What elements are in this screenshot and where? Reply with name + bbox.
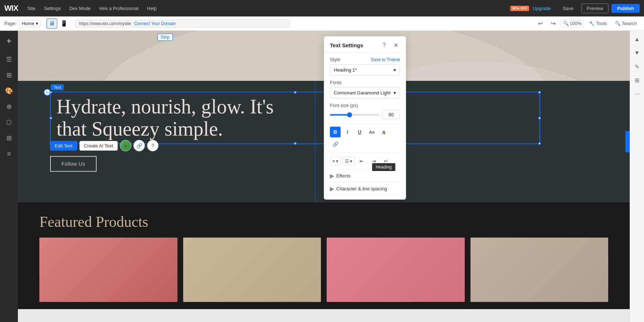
resize-handle-ml[interactable]: [49, 117, 52, 119]
style-section: Style Save to Theme: [330, 57, 400, 62]
create-ai-text-button[interactable]: Create AI Text: [79, 141, 118, 151]
text-color-button[interactable]: ●: [120, 140, 131, 151]
main-layout: ＋ ☰ ⊞ 🎨 ⊕ ⬡ ⊞ ≡ Strip ↻ Text: [0, 31, 644, 322]
text-element-tag: Text: [51, 84, 64, 90]
sidebar-sections-icon[interactable]: ⊞: [2, 68, 16, 82]
search-button[interactable]: 🔍 Search: [612, 19, 640, 28]
upgrade-link[interactable]: Upgrade: [533, 6, 551, 11]
sidebar-media-icon[interactable]: ⊕: [2, 99, 16, 114]
resize-handle-bm[interactable]: [294, 142, 297, 145]
panel-close-button[interactable]: ✕: [391, 41, 400, 49]
text-element-wrapper[interactable]: Text Hydrate, nourish, glow. It's that S…: [50, 92, 540, 144]
featured-section: Featured Products: [18, 203, 630, 309]
sidebar-components-icon[interactable]: ⬡: [2, 115, 16, 130]
right-sidebar-grid-icon[interactable]: ⊞: [631, 74, 643, 86]
italic-button[interactable]: I: [342, 127, 353, 137]
save-button[interactable]: Save: [558, 4, 579, 13]
top-bar: WIX Site Settings Dev Mode Hire a Profes…: [0, 0, 644, 16]
product-card-3[interactable]: [327, 238, 465, 302]
sidebar-design-icon[interactable]: 🎨: [2, 84, 16, 98]
panel-header: Text Settings ? ✕: [324, 36, 406, 53]
page-select[interactable]: Home ▾: [19, 20, 41, 27]
nav-hire-professional[interactable]: Hire a Professional: [96, 4, 141, 13]
right-sidebar: ▲ ▼ ✎ ⊞ ⋯: [630, 31, 644, 322]
resize-handle-mr[interactable]: [538, 117, 541, 119]
text-element-box[interactable]: Text Hydrate, nourish, glow. It's that S…: [50, 92, 540, 144]
upgrade-badge: 50% OFF: [510, 6, 529, 11]
font-size-section: Font size (px): [330, 103, 400, 119]
zoom-control[interactable]: 🔍 100%: [561, 20, 584, 27]
add-element-button[interactable]: ＋: [2, 34, 16, 48]
resize-handle-tr[interactable]: [538, 91, 541, 94]
right-sidebar-edit-icon[interactable]: ✎: [631, 61, 643, 72]
panel-help-button[interactable]: ?: [380, 41, 389, 49]
sidebar-pages-icon[interactable]: ☰: [2, 52, 16, 67]
text-settings-panel: Text Settings ? ✕ Style Save to Theme He…: [324, 36, 406, 200]
publish-button[interactable]: Publish: [611, 4, 640, 13]
right-sidebar-up-button[interactable]: ▲: [631, 34, 643, 45]
connect-domain-link[interactable]: Connect Your Domain: [134, 21, 176, 26]
redo-button[interactable]: ↪: [548, 18, 558, 29]
nav-settings[interactable]: Settings: [41, 4, 64, 13]
sidebar-app-icon[interactable]: ⊞: [2, 131, 16, 145]
resize-handle-br[interactable]: [538, 142, 541, 145]
rtl-button[interactable]: ↵: [381, 156, 391, 166]
zoom-icon: 🔍: [563, 21, 569, 26]
blue-panel-peek[interactable]: [625, 131, 630, 152]
format-toolbar: B I U Aa A 🔗: [330, 123, 400, 153]
products-row: [39, 238, 608, 302]
strip-label[interactable]: Strip: [157, 34, 173, 41]
style-select[interactable]: Heading 1* ▾: [330, 64, 400, 75]
device-icons: 🖥 📱: [47, 19, 69, 29]
resize-handle-tm[interactable]: [294, 91, 297, 94]
text-color-bg-button[interactable]: A: [379, 127, 389, 137]
font-size-input[interactable]: [382, 110, 400, 119]
slider-thumb[interactable]: [347, 112, 352, 117]
nav-help[interactable]: Help: [144, 4, 160, 13]
list-style-dropdown[interactable]: ☰ ▾: [342, 157, 355, 166]
save-to-theme-link[interactable]: Save to Theme: [371, 57, 400, 62]
font-size-slider[interactable]: [330, 114, 379, 116]
mobile-view-button[interactable]: 📱: [59, 19, 69, 29]
right-sidebar-more-icon[interactable]: ⋯: [631, 88, 643, 99]
nav-site[interactable]: Site: [25, 4, 38, 13]
featured-products-title: Featured Products: [39, 213, 608, 230]
indent-increase-button[interactable]: ⇥: [369, 156, 379, 166]
nav-dev-mode[interactable]: Dev Mode: [67, 4, 93, 13]
edit-text-button[interactable]: Edit Text: [50, 141, 77, 151]
link-button[interactable]: 🔗: [330, 139, 341, 150]
preview-button[interactable]: Preview: [581, 4, 609, 13]
list-icon: ☰: [345, 158, 349, 164]
text-help-button[interactable]: ?: [147, 140, 158, 151]
product-card-2[interactable]: [183, 238, 321, 302]
paragraph-align-dropdown[interactable]: ≡ ▾: [330, 157, 341, 166]
resize-handle-tl[interactable]: [49, 91, 52, 94]
text-link-button[interactable]: 🔗: [133, 140, 145, 151]
font-value: Cormorant Garamond Light: [334, 90, 390, 96]
effects-label: Effects: [336, 173, 400, 179]
product-card-4[interactable]: [470, 238, 609, 302]
zoom-level: 100%: [570, 21, 581, 26]
canvas-area[interactable]: Strip ↻ Text Hydrate, nourish, glow. It'…: [18, 31, 630, 322]
sidebar-menus-icon[interactable]: ≡: [2, 147, 16, 161]
left-sidebar: ＋ ☰ ⊞ 🎨 ⊕ ⬡ ⊞ ≡: [0, 31, 18, 322]
char-spacing-arrow-icon: ▶: [330, 185, 334, 192]
panel-title: Text Settings: [330, 42, 363, 48]
text-heading: Hydrate, nourish, glow. It's that Squeez…: [57, 96, 534, 140]
tools-icon: 🔧: [589, 21, 595, 26]
search-icon: 🔍: [615, 21, 621, 26]
text-color-fg-button[interactable]: Aa: [366, 127, 377, 137]
indent-decrease-button[interactable]: ⇤: [356, 156, 367, 166]
font-select[interactable]: Cormorant Garamond Light ▾: [330, 87, 400, 98]
effects-row[interactable]: ▶ Effects: [330, 169, 400, 182]
url-text: https://www.wix.com/mysite: [79, 21, 131, 26]
underline-button[interactable]: U: [354, 127, 365, 137]
desktop-view-button[interactable]: 🖥: [47, 19, 57, 29]
follow-us-button[interactable]: Follow Us: [50, 156, 97, 172]
right-sidebar-down-button[interactable]: ▼: [631, 47, 643, 59]
undo-button[interactable]: ↩: [535, 18, 546, 29]
product-card-1[interactable]: [39, 238, 177, 302]
char-spacing-row[interactable]: ▶ Character & line spacing: [330, 182, 400, 195]
tools-button[interactable]: 🔧 Tools: [586, 19, 610, 28]
bold-button[interactable]: B: [330, 127, 341, 137]
